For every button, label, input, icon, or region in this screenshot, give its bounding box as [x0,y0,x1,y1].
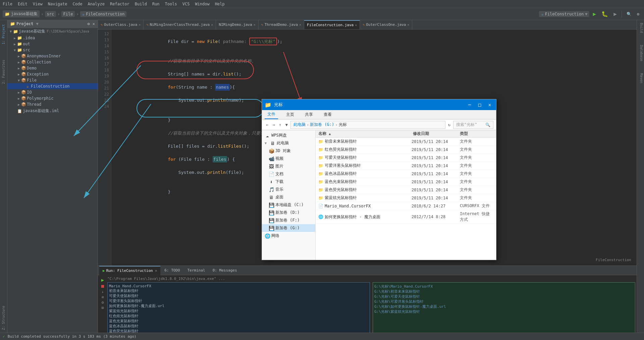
path-g[interactable]: 新加卷 (G:) [310,122,334,128]
right-maven-label[interactable]: Maven [637,70,644,86]
tab-fileconstruction[interactable]: FileConstruction.java ✕ [304,20,360,30]
nav-d[interactable]: 💾 新加卷 (D:) [262,209,315,216]
nav-video[interactable]: 📹 视频 [262,155,315,162]
recent-btn[interactable]: ▼ [284,122,289,128]
tab-close-threaddemo[interactable]: ✕ [299,23,301,27]
header-date[interactable]: 修改日期 [413,131,460,137]
path-pc[interactable]: 此电脑 [293,122,306,128]
nav-g[interactable]: 💾 新加卷 (G:) [262,224,315,232]
menu-edit[interactable]: Edit [18,2,28,6]
file-row-9[interactable]: 📄 Mario_Hand.CursorFX 2010/6/2 14:27 CUR… [316,202,496,210]
tab-close-niminginner[interactable]: ✕ [211,23,213,27]
header-type[interactable]: 类型 [460,131,493,137]
run-tab-messages[interactable]: 0: Messages [209,266,240,275]
tree-src[interactable]: ▼ 📁 src [7,47,98,53]
nav-wps[interactable]: ☁ WPS网盘 [262,132,315,139]
tree-fileconstruction[interactable]: ▶ ☕ FileConstruction [7,83,98,89]
right-build-label[interactable]: Build [637,20,644,36]
class-label[interactable]: ☕ FileConstruction [80,11,127,17]
nav-c[interactable]: 💾 本地磁盘 (C:) [262,201,315,209]
left-favorites-label[interactable]: 2: Favorites [1,57,6,87]
file-row-4[interactable]: 📁 可爱洋葱头鼠标指针 2019/5/11 20:14 文件夹 [316,162,496,170]
tab-close-outerclass[interactable]: ✕ [139,23,141,27]
run-tab-terminal[interactable]: Terminal [184,266,209,275]
tree-file[interactable]: ▼ 📦 File [7,77,98,83]
nav-3d[interactable]: 📦 3D 对象 [262,147,315,155]
tree-root[interactable]: ▼ 📁 javase基础集 F:\IDEAworkSpace\Java [7,28,98,35]
ribbon-tab-view[interactable]: 查看 [321,110,334,119]
settings-run-btn[interactable]: ⚙ [101,300,104,305]
menu-run[interactable]: Run [152,2,160,6]
left-project-label[interactable]: 1: Project [1,21,6,47]
project-close-icon[interactable]: ✕ [93,21,95,26]
explorer-maximize-btn[interactable]: □ [476,101,483,108]
project-settings-icon[interactable]: ⚙ [88,21,90,26]
menu-navigate[interactable]: Navigate [48,2,67,6]
menu-view[interactable]: View [33,2,43,6]
menu-file[interactable]: File [3,2,12,6]
nav-pics[interactable]: 🖼 图片 [262,162,315,170]
nav-f[interactable]: 💾 新加卷 (F:) [262,216,315,224]
tree-collection[interactable]: ▶ 📦 Collection [7,59,98,65]
menu-vcs[interactable]: VCS [182,2,190,6]
src-label[interactable]: src [45,11,56,17]
tab-close-outerclassone[interactable]: ✕ [407,23,409,27]
file-row-1[interactable]: 📁 初音未来鼠标指针 2019/5/11 20:14 文件夹 [316,138,496,146]
nav-music[interactable]: 🎵 音乐 [262,186,315,193]
debug-button[interactable]: 🐛 [599,10,610,18]
run-tab-todo[interactable]: 6: TODO [161,266,183,275]
tab-close-nimingdemo[interactable]: ✕ [254,23,256,27]
menu-build[interactable]: Build [135,2,147,6]
file-row-3[interactable]: 📁 可爱天使鼠标指针 2019/5/11 20:14 文件夹 [316,154,496,162]
search-box[interactable]: 搜索"光标" 🔍 [453,121,493,129]
run-tab-close[interactable]: ✕ [155,269,157,273]
layout-btn[interactable]: ⊞ [101,305,104,310]
file-label[interactable]: File [61,11,75,17]
menu-refactor[interactable]: Refactor [110,2,129,6]
file-row-6[interactable]: 📁 蓝色光束鼠标指针 2019/5/11 20:14 文件夹 [316,178,496,186]
ribbon-tab-share[interactable]: 共享 [302,110,316,119]
menu-analyze[interactable]: Analyze [88,2,105,6]
tree-thread[interactable]: ▶ 📦 Thread [7,101,98,107]
nav-docs[interactable]: 📄 文档 [262,170,315,178]
tab-niminginner[interactable]: ✎ NiMingInnerClassThread.java ✕ [144,20,216,30]
tab-threaddemo[interactable]: ✎ ThreadDemo.java ✕ [259,20,304,30]
stop-btn[interactable]: ■ [101,283,104,289]
tree-idea[interactable]: ▶ 📁 .idea [7,35,98,41]
forward-btn[interactable]: → [271,122,276,128]
nav-thispc[interactable]: ▼ 🖥 此电脑 [262,139,315,147]
run-coverage-button[interactable]: ▶ [611,10,619,18]
menu-help[interactable]: Help [215,2,225,6]
menu-code[interactable]: Code [73,2,83,6]
scroll-btn[interactable]: ↓ [101,289,104,294]
file-row-10[interactable]: 🌐 如何更换鼠标指针 - 魔力桌面 2012/7/14 8:28 Interne… [316,210,496,224]
run-config[interactable]: ☕ FileConstruction ▼ [539,11,589,17]
filter-btn[interactable]: ≡ [101,295,104,299]
path-guangbiao[interactable]: 光标 [339,122,347,128]
settings-icon[interactable]: ⚙ [635,11,641,17]
file-row-8[interactable]: 📁 紫蓝炫光鼠标指针 2019/5/11 20:14 文件夹 [316,194,496,202]
address-path[interactable]: 此电脑 › 新加卷 (G:) › 光标 [290,121,445,129]
menu-window[interactable]: Window [195,2,209,6]
header-name[interactable]: 名称 ▲ [318,131,413,137]
tree-anonymousinner[interactable]: ▶ 📦 AnonymousInner [7,53,98,59]
tab-nimingdemo[interactable]: NIMingDemo.java ✕ [216,20,258,30]
explorer-minimize-btn[interactable]: ─ [466,101,473,108]
run-button[interactable]: ▶ [591,10,598,18]
up-btn[interactable]: ↑ [277,122,282,128]
ribbon-tab-home[interactable]: 主页 [283,110,297,119]
right-database-label[interactable]: Database [637,42,644,64]
tree-exception[interactable]: ▶ 📦 Exception [7,71,98,77]
tree-out[interactable]: ▶ 📁 out [7,41,98,47]
tree-polymorphic[interactable]: ▶ 📦 Polymorphic [7,95,98,101]
nav-desktop[interactable]: 🖥 桌面 [262,193,315,201]
explorer-close-btn[interactable]: ✕ [486,101,493,108]
menu-tools[interactable]: Tools [165,2,177,6]
nav-downloads[interactable]: ⬇ 下载 [262,178,315,186]
refresh-btn[interactable]: ↻ [447,122,452,128]
ribbon-tab-file[interactable]: 文件 [265,110,278,119]
project-label[interactable]: 📁 javase基础集 [3,10,40,17]
tab-outerclass[interactable]: ✎ OuterClass.java ✕ [98,20,144,30]
left-structure-label[interactable]: Z: Structure [1,303,6,333]
search-everywhere-icon[interactable]: 🔍 [625,11,634,17]
